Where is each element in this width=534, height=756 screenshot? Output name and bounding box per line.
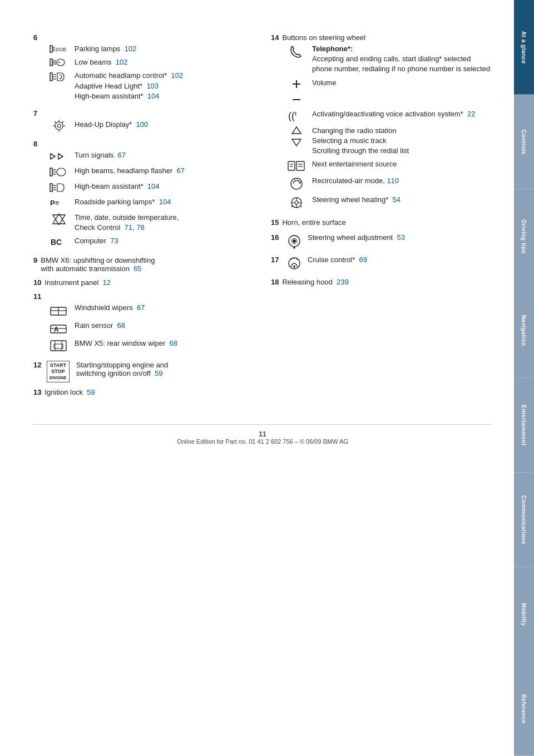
item-8-turn-text: Turn signals 67	[75, 150, 126, 160]
sidebar-tab-driving-tips[interactable]: Driving tips	[514, 189, 534, 284]
item-11-wiper-text: Windshield wipers 67	[75, 303, 145, 313]
sidebar-tab-mobility[interactable]: Mobility	[514, 567, 534, 662]
item-18-text: Releasing hood 239	[282, 278, 348, 286]
sidebar-tab-reference[interactable]: Reference	[514, 661, 534, 756]
item-14-heating-text: Steering wheel heating* 54	[312, 195, 400, 205]
item-14-telephone-text: Telephone*:Accepting and ending calls, s…	[312, 44, 492, 75]
item-16: 16 Steering wheel adjustment 53	[271, 233, 492, 249]
item-number-8: 8	[33, 140, 37, 148]
computer-icon: BC	[49, 236, 69, 248]
sidebar-tab-communications[interactable]: Communications	[514, 473, 534, 567]
item-number-11: 11	[33, 292, 41, 301]
item-10-text: Instrument panel 12	[44, 278, 111, 287]
tab-label-driving-tips: Driving tips	[521, 219, 527, 253]
item-12-text: Starting/stopping engine andswitching ig…	[76, 361, 169, 377]
item-11-rain-text: Rain sensor 68	[75, 321, 125, 331]
parking-lamps-icon: DOE	[49, 44, 69, 54]
item-8-highbeam-text: High beams, headlamp flasher 67	[75, 166, 185, 176]
svg-rect-44	[51, 341, 66, 351]
svg-marker-53	[292, 139, 301, 146]
item-14-telephone: Telephone*:Accepting and ending calls, s…	[286, 44, 492, 75]
item-6: 6 DOE Parking lamps	[33, 33, 254, 101]
windshield-wiper-icon	[49, 303, 69, 317]
steering-adjust-icon	[284, 233, 304, 249]
item-number-15: 15	[271, 218, 279, 227]
item-15-text: Horn, entire surface	[282, 218, 345, 227]
item-11: 11 Windshield wipers 67	[33, 292, 254, 353]
item-8: 8 Turn signals 67	[33, 140, 254, 248]
item-14-radio-text: Changing the radio stationSelecting a mu…	[312, 126, 409, 156]
svg-text:P≡: P≡	[50, 199, 59, 207]
svg-point-20	[57, 124, 61, 127]
turn-signals-icon	[49, 150, 69, 163]
low-beams-icon	[49, 57, 69, 67]
highbeam-assist-icon	[49, 181, 69, 194]
item-7: 7	[33, 109, 254, 132]
check-control-icon	[49, 213, 69, 225]
svg-rect-5	[50, 59, 52, 66]
svg-marker-52	[292, 127, 301, 134]
svg-point-60	[291, 178, 302, 189]
sidebar-tab-navigation[interactable]: Navigation	[514, 283, 534, 378]
item-14-voice: ((ᴵ Activating/deactivating voice activa…	[286, 109, 492, 122]
item-14-vol-plus: Volume	[286, 78, 492, 90]
svg-point-63	[295, 201, 298, 204]
svg-rect-30	[50, 184, 52, 192]
item-8-roadside-text: Roadside parking lamps* 104	[75, 197, 171, 207]
tab-label-at-a-glance: At a glance	[521, 31, 527, 63]
item-13-text: Ignition lock 59	[44, 388, 95, 396]
roadside-parking-icon: P≡	[49, 197, 69, 209]
sidebar-tab-at-a-glance[interactable]: At a glance	[514, 0, 534, 95]
svg-point-76	[293, 266, 295, 268]
svg-marker-36	[53, 215, 65, 225]
item-14-heating: Steering wheel heating* 54	[286, 195, 492, 210]
item-6-parking-text: Parking lamps 102	[75, 44, 136, 54]
left-column: 6 DOE Parking lamps	[33, 33, 254, 402]
entertainment-icon	[286, 159, 306, 173]
item-18: 18 Releasing hood 239	[271, 278, 492, 286]
telephone-icon	[286, 44, 306, 60]
hud-icon	[49, 120, 69, 132]
right-column: 14 Buttons on steering wheel Telephone*:…	[271, 33, 492, 402]
right-sidebar: At a glance Controls Driving tips Naviga…	[514, 0, 534, 756]
svg-line-22	[62, 121, 63, 123]
item-14-entertainment: Next entertainment source	[286, 159, 492, 173]
item-number-12: 12	[33, 361, 43, 369]
auto-headlamp-icon	[49, 71, 69, 83]
svg-text:DOE: DOE	[56, 47, 67, 52]
item-14-vol-plus-text: Volume	[312, 78, 336, 88]
svg-rect-25	[50, 168, 52, 176]
item-10: 10 Instrument panel 12	[33, 278, 254, 287]
highbeam-flasher-icon	[49, 166, 69, 178]
svg-point-15	[55, 122, 63, 130]
svg-text:BC: BC	[51, 238, 62, 247]
tab-label-navigation: Navigation	[521, 315, 527, 346]
item-14-entertainment-text: Next entertainment source	[312, 159, 397, 169]
item-17: 17 Cruise control* 69	[271, 256, 492, 271]
svg-rect-0	[50, 46, 52, 52]
item-13: 13 Ignition lock 59	[33, 388, 254, 396]
page-footer: 11 Online Edition for Part no. 01 41 2 6…	[33, 424, 492, 445]
svg-point-71	[293, 239, 296, 243]
tab-label-mobility: Mobility	[521, 602, 527, 626]
item-15: 15 Horn, entire surface	[271, 218, 492, 227]
item-8-computer-text: Computer 73	[75, 236, 118, 246]
item-14-header: Buttons on steering wheel	[282, 33, 365, 42]
sidebar-tab-entertainment[interactable]: Entertainment	[514, 378, 534, 473]
sidebar-tab-controls[interactable]: Controls	[514, 95, 534, 189]
item-number-6: 6	[33, 33, 37, 42]
svg-rect-11	[50, 73, 52, 81]
svg-text:((ᴵ: ((ᴵ	[288, 110, 296, 121]
item-number-16: 16	[271, 233, 281, 242]
rain-sensor-icon: A	[49, 321, 69, 335]
item-6-lowbeams: Low beams 102	[49, 57, 254, 67]
svg-line-61	[300, 181, 301, 184]
recirc-icon	[286, 176, 306, 192]
tab-label-controls: Controls	[521, 129, 527, 154]
voice-activation-icon: ((ᴵ	[286, 109, 306, 122]
tab-label-entertainment: Entertainment	[521, 405, 527, 446]
item-number-9: 9	[33, 256, 37, 273]
svg-text:A: A	[54, 326, 59, 333]
tab-label-communications: Communications	[521, 495, 527, 544]
svg-marker-24	[58, 154, 63, 159]
